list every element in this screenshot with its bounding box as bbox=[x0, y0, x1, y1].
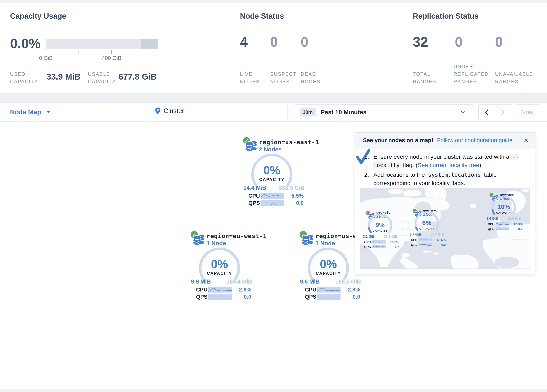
view-mode-label: Node Map bbox=[10, 109, 41, 116]
cluster-summary-bar: Capacity Usage 0.0% 0 GiB 400 GiB USED C… bbox=[0, 3, 547, 94]
dead-nodes-label: DEAD NODES bbox=[301, 70, 320, 85]
geo-qps-row: QPS 0.0 bbox=[411, 243, 446, 247]
cpu-label: CPU bbox=[305, 287, 317, 293]
step-text: Add locations to the system.locations ta… bbox=[373, 171, 526, 187]
cpu-value: 42.5% bbox=[432, 238, 446, 242]
cpu-label: CPU bbox=[248, 193, 260, 199]
qps-label: QPS bbox=[248, 200, 260, 206]
dead-nodes-value: 0 bbox=[301, 32, 308, 52]
geo-usable-capacity: 34.4 GiB bbox=[507, 217, 521, 220]
database-stack-icon bbox=[245, 139, 258, 152]
database-stack-icon bbox=[193, 233, 206, 246]
region-cpu-row: CPU 2.8% bbox=[305, 287, 360, 293]
capacity-tick-label: 0 GiB bbox=[29, 55, 63, 61]
nodes-on-map-popup: See your nodes on a map! Follow our conf… bbox=[355, 132, 535, 274]
world-map: 1 geo=sfo 2 Nodes 9% CAPACITY 3.2 GiB bbox=[360, 188, 530, 269]
time-prev-button[interactable] bbox=[479, 104, 495, 120]
region-card-us-east-1[interactable]: ✓ region=us-east-1 2 Nodes 0% CAPACITY 1… bbox=[242, 137, 305, 207]
popup-steps: 1. Ensure every node in your cluster was… bbox=[364, 153, 526, 188]
geo-capacity-label: CAPACITY bbox=[490, 211, 517, 214]
unavailable-label: UNAVAILABLE RANGES bbox=[495, 70, 533, 85]
node-status-title: Node Status bbox=[240, 12, 284, 21]
geo-cpu-row: CPU 42.5% bbox=[411, 238, 446, 242]
cpu-value: 12.3% bbox=[509, 222, 522, 226]
geo-qps-row: QPS 4.7 bbox=[364, 245, 399, 248]
geo-capacity-percent: 9% bbox=[367, 221, 394, 228]
cpu-sparkline bbox=[317, 287, 341, 293]
cpu-value: 5.5% bbox=[284, 193, 304, 199]
geo-capacity-label: CAPACITY bbox=[367, 229, 394, 232]
chevron-down-icon bbox=[47, 111, 50, 113]
capacity-tick bbox=[79, 50, 79, 54]
used-capacity-label: USED CAPACITY bbox=[10, 70, 38, 85]
geo-cpu-row: CPU 11.0% bbox=[364, 240, 399, 244]
capacity-usage-title: Capacity Usage bbox=[10, 12, 66, 21]
region-cpu-row: CPU 5.5% bbox=[248, 193, 304, 199]
replication-status-title: Replication Status bbox=[413, 12, 479, 21]
region-card-us-west-1[interactable]: ✓ region=us-west-1 1 Node 0% CAPACITY 9.… bbox=[299, 230, 362, 301]
region-name: region=eu-west-1 bbox=[206, 233, 267, 240]
qps-sparkline bbox=[496, 227, 509, 230]
live-nodes-label: LIVE NODES bbox=[240, 70, 260, 85]
breadcrumb[interactable]: Cluster bbox=[155, 107, 184, 115]
qps-sparkline bbox=[317, 294, 341, 300]
chevron-left-icon bbox=[485, 109, 489, 115]
section-gap-strip bbox=[0, 94, 547, 102]
qps-sparkline bbox=[419, 243, 432, 246]
capacity-tick-label: 400 GiB bbox=[95, 55, 128, 61]
chevron-right-icon bbox=[501, 109, 505, 115]
step-number: 2. bbox=[364, 171, 373, 187]
time-range-badge: 10m bbox=[300, 108, 316, 117]
region-used-capacity: 9.6 MiB bbox=[300, 279, 320, 285]
configuration-guide-link[interactable]: Follow our configuration guide bbox=[437, 137, 513, 144]
popup-title: See your nodes on a map! bbox=[363, 137, 433, 144]
cpu-value: 2.6% bbox=[232, 287, 251, 293]
usable-capacity-value: 677.8 GiB bbox=[118, 72, 157, 82]
geo-used-capacity: 3.7 GiB bbox=[410, 233, 421, 236]
view-mode-dropdown[interactable]: Node Map bbox=[10, 108, 50, 117]
cpu-label: CPU bbox=[364, 240, 372, 244]
region-usable-capacity: 169.4 GiB bbox=[226, 279, 252, 285]
geo-used-capacity: 3.6 GiB bbox=[486, 217, 498, 220]
capacity-percent: 0.0% bbox=[10, 34, 41, 53]
summary-divider bbox=[542, 12, 542, 90]
map-node-geo-nyc: ✓ geo=nyc 2 Nodes 6% CAPACITY 3.7 GiB bbox=[412, 208, 448, 256]
total-ranges-value: 32 bbox=[413, 32, 428, 52]
page-bottom-strip bbox=[0, 389, 547, 392]
step-2: 2. Add locations to the system.locations… bbox=[364, 171, 526, 187]
cpu-label: CPU bbox=[411, 238, 419, 242]
breadcrumb-label: Cluster bbox=[164, 107, 184, 115]
chevron-down-icon bbox=[461, 111, 465, 114]
region-card-eu-west-1[interactable]: ✓ region=eu-west-1 1 Node 0% CAPACITY 9.… bbox=[190, 230, 253, 301]
capacity-bar-tail bbox=[141, 39, 158, 48]
geo-qps-row: QPS 0.0 bbox=[488, 227, 522, 231]
geo-capacity-percent: 6% bbox=[413, 219, 440, 226]
map-node-geo-sfo: 1 geo=sfo 2 Nodes 9% CAPACITY 3.2 GiB bbox=[365, 210, 401, 259]
close-icon[interactable]: ✕ bbox=[524, 137, 529, 144]
now-button[interactable]: Now bbox=[516, 104, 539, 120]
map-pin-icon bbox=[155, 107, 161, 115]
region-cpu-row: CPU 2.6% bbox=[196, 287, 251, 293]
now-button-label: Now bbox=[521, 109, 533, 116]
qps-value: 4.7 bbox=[386, 245, 399, 248]
step-number: 1. bbox=[364, 153, 373, 169]
region-qps-row: QPS 0.0 bbox=[248, 200, 304, 206]
capacity-tick bbox=[46, 50, 46, 54]
region-capacity-label: CAPACITY bbox=[196, 271, 242, 276]
locality-tree-link[interactable]: See current locality tree bbox=[417, 162, 479, 168]
region-name: region=us-east-1 bbox=[259, 139, 319, 146]
qps-label: QPS bbox=[411, 243, 419, 247]
map-node-geo-ams: ✓ geo=ams 1 Node 10% CAPACITY 3.6 GiB bbox=[489, 193, 525, 241]
total-ranges-label: TOTAL RANGES bbox=[413, 70, 436, 85]
capacity-tick bbox=[111, 50, 112, 54]
qps-value: 0.0 bbox=[232, 294, 251, 300]
region-qps-row: QPS 0.0 bbox=[196, 294, 251, 300]
used-capacity-value: 33.9 MiB bbox=[47, 72, 80, 82]
cpu-sparkline bbox=[496, 222, 509, 226]
toolbar-divider bbox=[287, 105, 287, 120]
region-used-capacity: 14.4 MiB bbox=[243, 185, 266, 191]
live-nodes-value: 4 bbox=[240, 32, 248, 52]
region-capacity-percent: 0% bbox=[249, 163, 295, 177]
time-next-button[interactable] bbox=[495, 104, 511, 120]
time-range-select[interactable]: 10m Past 10 Minutes bbox=[295, 104, 473, 120]
